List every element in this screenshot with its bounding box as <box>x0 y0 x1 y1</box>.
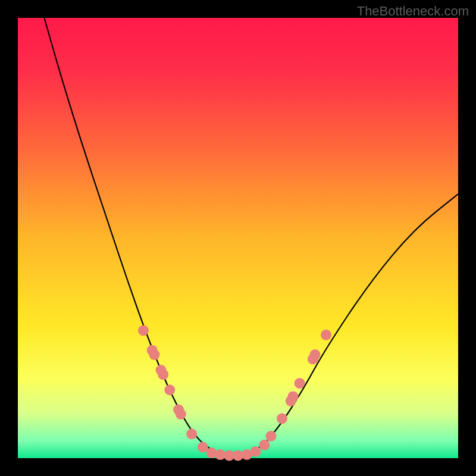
data-dot <box>158 369 168 380</box>
data-dot <box>198 442 208 453</box>
chart-frame: TheBottleneck.com <box>0 0 476 476</box>
data-dot <box>206 447 217 458</box>
data-dot <box>138 325 149 336</box>
bottleneck-chart <box>0 0 476 476</box>
data-dot <box>295 378 305 389</box>
data-dot <box>259 440 270 450</box>
data-dot <box>288 391 299 402</box>
data-dot <box>176 409 186 419</box>
plot-background <box>18 18 458 458</box>
data-dot <box>310 349 321 360</box>
data-dot <box>250 446 261 457</box>
data-dot <box>321 330 331 340</box>
watermark-text: TheBottleneck.com <box>357 4 469 19</box>
data-dot <box>186 428 197 439</box>
data-dot <box>277 413 287 424</box>
data-dot <box>266 431 277 441</box>
data-dot <box>164 384 175 395</box>
data-dot <box>149 349 159 360</box>
